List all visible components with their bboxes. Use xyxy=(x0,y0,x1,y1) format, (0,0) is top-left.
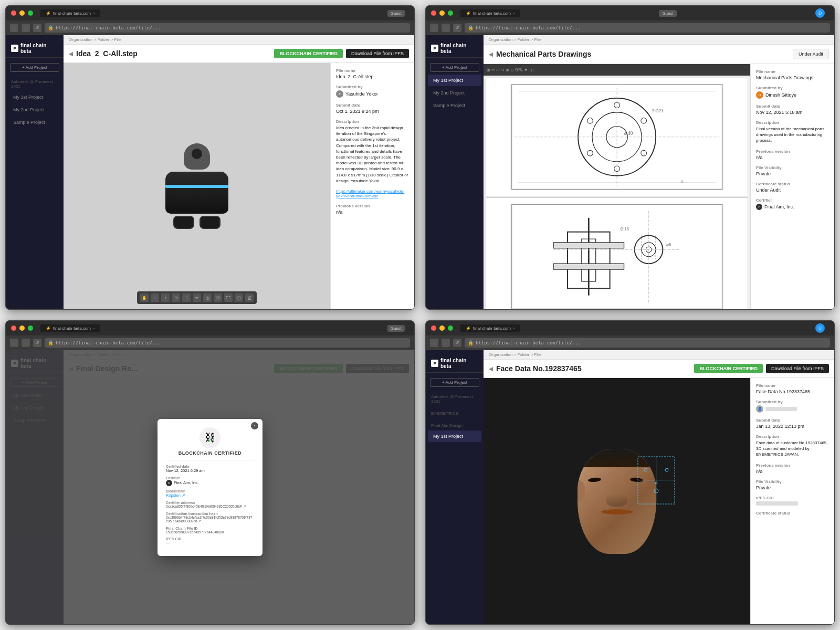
avatar-1: Y xyxy=(336,90,343,98)
tab-close-2[interactable]: × xyxy=(513,12,515,15)
tab-3[interactable]: ⚡ final-chain-beta.com × xyxy=(40,324,100,332)
toolbar-3: ‹ › ↺ 🔒 https://final-chain-beta.com/fil… xyxy=(6,335,414,350)
view-btn-11[interactable]: 🖨 xyxy=(245,293,254,302)
forward-button-2[interactable]: › xyxy=(442,24,450,32)
browser-content-4: F final chain beta + Add Project Autodes… xyxy=(426,350,834,624)
label-blockchain: Blockchain xyxy=(166,489,254,493)
guest-button-3[interactable]: Guest xyxy=(387,325,405,332)
page-title-1: Idea_2_C-All.step xyxy=(69,49,138,58)
maximize-button-1[interactable] xyxy=(28,10,33,16)
sidebar-4: F final chain beta + Add Project Autodes… xyxy=(426,350,484,624)
back-button-1[interactable]: ‹ xyxy=(10,24,18,32)
info-section-filename-1: File name Idea_2_C-All.step xyxy=(336,68,409,79)
label-prev-4: Previous version xyxy=(756,463,829,468)
titlebar-1: ⚡ final-chain-beta.com × Guest xyxy=(6,6,414,20)
download-btn-4[interactable]: Download File from IPFS xyxy=(766,364,829,373)
sidebar-item-2-2[interactable]: My 2nd Project xyxy=(428,87,481,99)
viewer-toolbar-1: ✋ ↔ ↕ ⊕ □ ✏ ◎ ⊞ ⛶ ⊡ 🖨 xyxy=(137,291,257,304)
forward-button-3[interactable]: › xyxy=(22,339,30,347)
download-btn-1[interactable]: Download File from IPFS xyxy=(346,49,409,58)
sidebar-item-2-1[interactable]: My 1st Project xyxy=(428,75,481,86)
maximize-button-2[interactable] xyxy=(448,10,453,16)
value-filename-1: Idea_2_C-All.step xyxy=(336,74,409,79)
address-bar-1[interactable]: 🔒 https://final-chain-beta.com/file/... xyxy=(45,23,410,33)
copy-hash-icon[interactable]: ↗ xyxy=(198,519,201,523)
tab-1[interactable]: ⚡ final-chain-beta.com × xyxy=(40,9,100,17)
minimize-button-2[interactable] xyxy=(439,10,445,16)
forward-button-4[interactable]: › xyxy=(442,339,450,347)
label-filename-4: File name xyxy=(756,383,829,388)
view-btn-3[interactable]: ↕ xyxy=(161,293,170,302)
back-button-2[interactable]: ‹ xyxy=(430,24,438,32)
browser-content-1: F final chain beta + Add Project Autodes… xyxy=(6,35,414,309)
value-blockchain[interactable]: Ropsten ↗ xyxy=(166,493,254,498)
main-1: Organization > Folder > File Idea_2_C-Al… xyxy=(64,35,414,309)
view-btn-9[interactable]: ⛶ xyxy=(224,293,233,302)
add-project-btn-1[interactable]: + Add Project xyxy=(10,63,59,72)
modal-close-btn[interactable]: × xyxy=(251,422,258,429)
tab-close-4[interactable]: × xyxy=(513,327,515,330)
close-button-4[interactable] xyxy=(431,326,436,331)
modal-overlay-3[interactable]: × ⛓ ✓ BLOCKCHAIN CERTIFIED Certified dat… xyxy=(6,350,414,624)
label-submittedby-1: Submitted by xyxy=(336,85,409,89)
reload-button-1[interactable]: ↺ xyxy=(33,24,41,32)
address-bar-3[interactable]: 🔒 https://final-chain-beta.com/file/... xyxy=(45,338,410,348)
view-btn-5[interactable]: □ xyxy=(182,293,191,302)
reload-button-2[interactable]: ↺ xyxy=(453,24,461,32)
tab-4[interactable]: ⚡ final-chain-beta.com × xyxy=(460,324,520,332)
view-btn-10[interactable]: ⊡ xyxy=(235,293,243,302)
tab-close-3[interactable]: × xyxy=(93,327,95,330)
info-section-desc-1: Description Idea created in the 2nd rapi… xyxy=(336,119,409,184)
address-bar-2[interactable]: 🔒 https://final-chain-beta.com/file/... xyxy=(465,23,830,33)
view-btn-4[interactable]: ⊕ xyxy=(172,293,180,302)
user-avatar-2[interactable]: D xyxy=(815,8,825,18)
view-btn-6[interactable]: ✏ xyxy=(193,293,201,302)
maximize-button-4[interactable] xyxy=(448,326,453,331)
reload-button-4[interactable]: ↺ xyxy=(453,339,461,347)
value-link-1[interactable]: https://ultimaker.com/learn/yasuhide-yok… xyxy=(336,189,409,198)
info-section-certstatus-2: Certificate status Under Audit xyxy=(756,182,829,193)
sidebar-item-2-3[interactable]: Sample Project xyxy=(428,100,481,111)
view-btn-1[interactable]: ✋ xyxy=(140,293,149,302)
view-btn-2[interactable]: ↔ xyxy=(151,293,159,302)
certified-btn-1[interactable]: BLOCKCHAIN CERTIFIED xyxy=(274,49,343,58)
label-submittedby-4: Submitted by xyxy=(756,400,829,404)
close-button-1[interactable] xyxy=(11,10,16,16)
external-link-icon: ↗ xyxy=(182,493,185,498)
address-bar-4[interactable]: 🔒 https://final-chain-beta.com/file/... xyxy=(465,338,830,348)
copy-icon[interactable]: ↗ xyxy=(243,505,246,508)
minimize-button-4[interactable] xyxy=(439,326,445,331)
close-button-3[interactable] xyxy=(11,326,16,331)
add-project-btn-4[interactable]: + Add Project xyxy=(430,378,479,387)
tab-close-1[interactable]: × xyxy=(93,12,95,15)
user-avatar-4[interactable]: U xyxy=(815,323,825,333)
add-project-btn-2[interactable]: + Add Project xyxy=(430,63,479,72)
guest-button-2[interactable]: Guest xyxy=(659,10,676,17)
forward-button-1[interactable]: › xyxy=(22,24,30,32)
reload-button-3[interactable]: ↺ xyxy=(33,339,41,347)
label-date-2: Submit date xyxy=(756,104,829,109)
svg-text:⌀8: ⌀8 xyxy=(666,243,671,247)
guest-button-1[interactable]: Guest xyxy=(387,10,405,17)
browser-content-3: F final chain beta + Add Project My 1st … xyxy=(6,350,414,624)
back-button-3[interactable]: ‹ xyxy=(10,339,18,347)
audit-btn-2[interactable]: Under Audit xyxy=(793,49,829,59)
back-button-4[interactable]: ‹ xyxy=(430,339,438,347)
svg-rect-22 xyxy=(553,243,624,248)
close-button-2[interactable] xyxy=(431,10,436,16)
sidebar-item-1-2[interactable]: My 2nd Project xyxy=(8,104,61,116)
minimize-button-1[interactable] xyxy=(19,10,25,16)
tab-2[interactable]: ⚡ final-chain-beta.com × xyxy=(460,9,520,17)
svg-rect-18 xyxy=(511,204,722,309)
info-section-filename-4: File name Face Data No.192837465 xyxy=(756,383,829,394)
info-section-submittedby-4: Submitted by 👤 xyxy=(756,400,829,413)
sidebar-item-1-1[interactable]: My 1st Project xyxy=(8,91,61,103)
view-btn-7[interactable]: ◎ xyxy=(203,293,212,302)
content-area-4: File name Face Data No.192837465 Submitt… xyxy=(484,378,834,624)
minimize-button-3[interactable] xyxy=(19,326,25,331)
view-btn-8[interactable]: ⊞ xyxy=(214,293,222,302)
maximize-button-3[interactable] xyxy=(28,326,33,331)
sidebar-item-4-1[interactable]: My 1st Project xyxy=(428,430,481,442)
sidebar-item-1-3[interactable]: Sample Project xyxy=(8,117,61,128)
certified-btn-4[interactable]: BLOCKCHAIN CERTIFIED xyxy=(694,364,763,373)
